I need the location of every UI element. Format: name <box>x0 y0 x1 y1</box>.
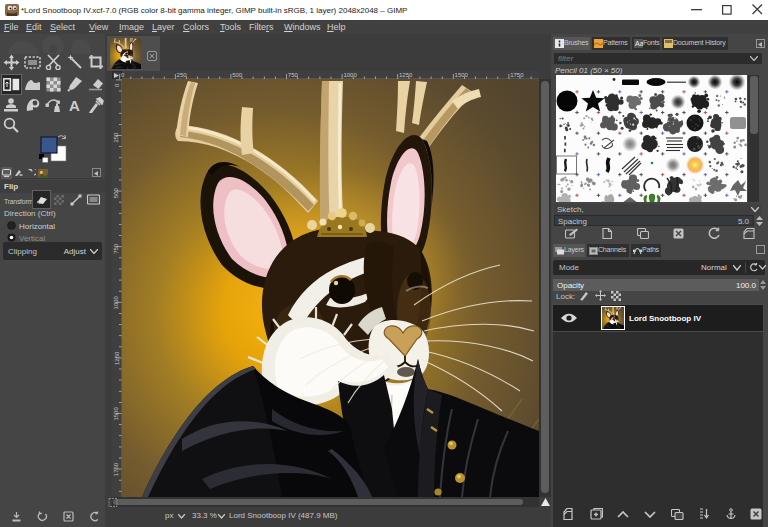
svg-text:Aa: Aa <box>635 40 643 47</box>
svg-text:500: 500 <box>232 72 243 78</box>
svg-text:1250: 1250 <box>114 351 120 365</box>
svg-text:250: 250 <box>177 72 188 78</box>
svg-text:250: 250 <box>114 132 120 143</box>
svg-text:1250: 1250 <box>399 72 413 78</box>
svg-text:0: 0 <box>114 83 120 87</box>
svg-text:1000: 1000 <box>114 295 120 309</box>
svg-text:1750: 1750 <box>114 462 120 476</box>
svg-text:A: A <box>69 97 80 113</box>
svg-text:1000: 1000 <box>343 72 357 78</box>
svg-text:1500: 1500 <box>114 407 120 421</box>
svg-text:1750: 1750 <box>510 72 524 78</box>
svg-text:750: 750 <box>288 72 299 78</box>
svg-text:0: 0 <box>121 72 125 78</box>
svg-text:500: 500 <box>114 188 120 199</box>
svg-text:750: 750 <box>114 243 120 254</box>
svg-text:1500: 1500 <box>455 72 469 78</box>
